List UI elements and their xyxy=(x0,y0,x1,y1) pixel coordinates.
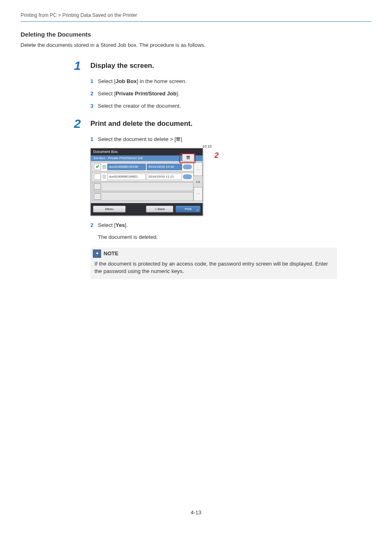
note-body: If the document is protected by an acces… xyxy=(90,259,337,275)
step-1-title: Display the screen. xyxy=(90,60,154,70)
back-button[interactable]: < Back xyxy=(146,206,173,213)
step-1-number: 1 xyxy=(74,60,90,72)
substep-text: Select [Private Print/Stored Job]. xyxy=(98,90,371,97)
checkbox[interactable] xyxy=(94,164,101,170)
print-button[interactable]: Print xyxy=(175,206,201,213)
substep-number: 3 xyxy=(90,102,98,110)
doc-name: doc4100908135138 xyxy=(107,164,146,170)
substep-text: Select [Yes]. xyxy=(98,222,371,229)
trash-icon xyxy=(176,136,180,142)
substep-number: 2 xyxy=(90,222,98,229)
substep-number: 2 xyxy=(90,90,98,97)
list-item-empty xyxy=(92,182,194,191)
document-icon xyxy=(102,164,106,169)
device-screenshot: 2 1 10:10 Document Box. Job Box - Privat… xyxy=(90,148,218,216)
scroll-up-button[interactable]: ︿ xyxy=(194,162,203,176)
result-text: The document is deleted. xyxy=(98,234,371,240)
svg-rect-10 xyxy=(103,165,106,169)
list-item-empty xyxy=(92,192,194,201)
list-item[interactable]: doc0100908134821 2014/10/10 11:11 xyxy=(92,172,194,181)
callout-2: 2 xyxy=(214,151,219,160)
document-icon xyxy=(102,174,106,179)
scroll-down-button[interactable]: ﹀ xyxy=(194,187,203,201)
chevron-up-icon: ︿ xyxy=(196,166,201,172)
note-icon: ✦ xyxy=(93,250,101,258)
substep-number: 1 xyxy=(90,78,98,85)
section-heading: Deleting the Documents xyxy=(21,31,371,38)
callout-box-2 xyxy=(179,153,196,163)
checkbox[interactable] xyxy=(94,173,101,180)
note-box: ✦ NOTE If the document is protected by a… xyxy=(90,247,337,279)
svg-rect-1 xyxy=(177,137,180,138)
doc-date: 2014/10/10 11:11 xyxy=(147,173,182,180)
doc-date: 2014/10/10 10:10 xyxy=(147,164,182,170)
step-2-title: Print and delete the document. xyxy=(90,118,192,128)
svg-rect-14 xyxy=(103,175,106,178)
substep-text: Select the creator of the document. xyxy=(98,102,371,110)
checkbox-disabled xyxy=(94,193,101,200)
step-2-number: 2 xyxy=(74,118,90,130)
substep-text: Select the document to delete > [] xyxy=(98,136,371,143)
substep-number: 1 xyxy=(90,136,98,143)
menu-button[interactable]: Menu xyxy=(93,206,126,213)
info-badge[interactable] xyxy=(183,164,192,169)
intro-text: Delete the documents stored in a Stored … xyxy=(21,42,371,48)
breadcrumb: Printing from PC > Printing Data Saved o… xyxy=(21,12,371,22)
page-indicator: 1/1 xyxy=(194,177,203,187)
list-item[interactable]: doc4100908135138 2014/10/10 10:10 xyxy=(92,162,194,171)
chevron-down-icon: ﹀ xyxy=(196,191,201,197)
checkbox-disabled xyxy=(94,183,101,190)
screen-time: 10:10 xyxy=(202,144,212,148)
substep-text: Select [Job Box] in the home screen. xyxy=(98,78,371,85)
info-badge[interactable] xyxy=(183,174,192,179)
note-title: NOTE xyxy=(104,250,118,257)
doc-name: doc0100908134821 xyxy=(107,173,146,180)
page-number: 4-13 xyxy=(21,509,371,516)
